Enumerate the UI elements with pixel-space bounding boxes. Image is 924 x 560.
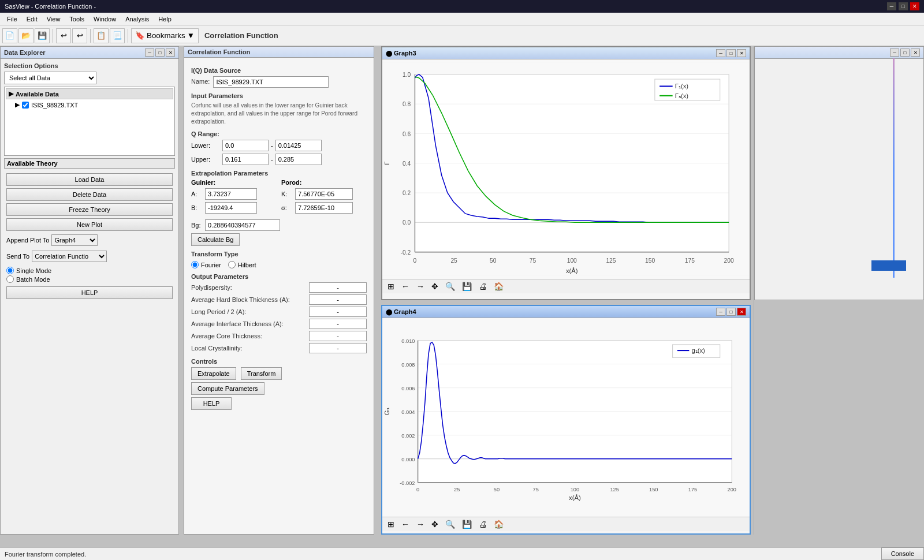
graph3-minimize-btn[interactable]: ─	[716, 49, 725, 57]
name-input[interactable]	[213, 76, 329, 88]
right-panel-close[interactable]: ✕	[911, 48, 920, 57]
fourier-option[interactable]: Fourier	[191, 261, 221, 268]
graph4-toolbar[interactable]: ⊞ ← → ✥ 🔍 💾 🖨 🏠	[382, 517, 750, 531]
graph3-print-btn[interactable]: 🖨	[477, 281, 489, 292]
svg-text:175: 175	[688, 487, 697, 492]
minimize-btn[interactable]: ─	[887, 2, 896, 10]
graph3-title: ⬤ Graph3	[386, 50, 416, 57]
svg-text:125: 125	[610, 487, 619, 492]
data-file-item[interactable]: ▶ ISIS_98929.TXT	[6, 100, 173, 109]
panel-restore-btn[interactable]: □	[155, 48, 165, 57]
graph3-table-btn[interactable]: ⊞	[386, 281, 396, 292]
select-all-data-dropdown[interactable]: Select all Data	[4, 72, 96, 84]
menu-edit[interactable]: Edit	[22, 14, 42, 24]
graph3-zoom-btn[interactable]: 🔍	[444, 281, 457, 292]
close-btn[interactable]: ✕	[910, 2, 919, 10]
graph4-minimize-btn[interactable]: ─	[716, 308, 725, 316]
graph4-table-btn[interactable]: ⊞	[386, 519, 396, 529]
maximize-btn[interactable]: □	[899, 2, 908, 10]
corr-help-button[interactable]: HELP	[191, 397, 232, 410]
bookmarks-button[interactable]: 🔖 Bookmarks ▼	[131, 28, 199, 43]
right-panel-minimize[interactable]: ─	[890, 48, 899, 57]
lower-max-input[interactable]	[275, 140, 322, 151]
upper-min-input[interactable]	[222, 154, 269, 165]
fourier-radio[interactable]	[191, 261, 199, 268]
graph4-controls[interactable]: ─ □ ✕	[716, 308, 746, 316]
transform-type-label: Transform Type	[191, 251, 367, 257]
single-mode-option[interactable]: Single Mode	[6, 267, 173, 274]
data-file-checkbox[interactable]	[22, 102, 29, 109]
hilbert-radio[interactable]	[228, 261, 236, 268]
graph3-controls[interactable]: ─ □ ✕	[716, 49, 746, 57]
graph4-fwd-btn[interactable]: →	[415, 519, 426, 529]
lower-min-input[interactable]	[222, 140, 269, 151]
upper-max-input[interactable]	[275, 154, 322, 165]
panel-close-btn[interactable]: ✕	[166, 48, 175, 57]
graph3-save-btn[interactable]: 💾	[460, 281, 474, 292]
send-to-dropdown[interactable]: Correlation Functio	[32, 251, 107, 262]
graph4-save-btn[interactable]: 💾	[460, 519, 474, 529]
graph4-restore-btn[interactable]: □	[726, 308, 736, 316]
data-explorer-title: Data Explorer	[4, 49, 46, 56]
graph4-zoom-btn[interactable]: 🔍	[444, 519, 457, 529]
toolbar-icon5[interactable]: 📃	[110, 28, 125, 43]
menu-analysis[interactable]: Analysis	[121, 14, 154, 24]
menu-file[interactable]: File	[2, 14, 22, 24]
graph4-back-btn[interactable]: ←	[400, 519, 411, 529]
toolbar-undo2[interactable]: ↩	[72, 28, 87, 43]
title-bar-controls[interactable]: ─ □ ✕	[887, 2, 919, 10]
a-input[interactable]	[205, 188, 257, 200]
append-plot-dropdown[interactable]: Graph4	[51, 234, 98, 246]
graph3-back-btn[interactable]: ←	[400, 281, 411, 292]
calc-bg-button[interactable]: Calculate Bg	[191, 233, 240, 246]
graph4-move-btn[interactable]: ✥	[430, 519, 440, 529]
svg-text:-0.002: -0.002	[400, 480, 415, 486]
graph3-restore-btn[interactable]: □	[726, 49, 736, 57]
console-button[interactable]: Console	[881, 547, 924, 560]
menu-view[interactable]: View	[42, 14, 65, 24]
toolbar-undo1[interactable]: ↩	[56, 28, 71, 43]
right-panel-restore[interactable]: □	[900, 48, 910, 57]
svg-text:25: 25	[450, 257, 457, 264]
toolbar-new[interactable]: 📄	[2, 28, 17, 43]
graph3-panel: ⬤ Graph3 ─ □ ✕ 1.0 0.8	[381, 46, 751, 300]
graph4-home-btn[interactable]: 🏠	[492, 519, 505, 529]
svg-text:200: 200	[728, 487, 736, 492]
blue-rect	[871, 260, 906, 271]
svg-text:0.6: 0.6	[403, 131, 411, 137]
graph4-close-btn[interactable]: ✕	[737, 308, 746, 316]
toolbar-icon4[interactable]: 📋	[94, 28, 109, 43]
menu-tools[interactable]: Tools	[65, 14, 89, 24]
transform-button[interactable]: Transform	[241, 367, 282, 380]
hilbert-option[interactable]: Hilbert	[228, 261, 256, 268]
graph3-fwd-btn[interactable]: →	[415, 281, 426, 292]
long-period-row: Long Period / 2 (A):	[191, 307, 367, 317]
graph4-print-btn[interactable]: 🖨	[477, 519, 489, 529]
toolbar-icon3[interactable]: 💾	[35, 28, 50, 43]
graph3-toolbar[interactable]: ⊞ ← → ✥ 🔍 💾 🖨 🏠	[382, 279, 750, 293]
sigma-input[interactable]	[295, 202, 353, 214]
menu-help[interactable]: Help	[154, 14, 176, 24]
k-input[interactable]	[295, 188, 353, 200]
load-data-button[interactable]: Load Data	[6, 173, 173, 186]
graph3-home-btn[interactable]: 🏠	[492, 281, 505, 292]
input-params-label: Input Parameters	[191, 92, 367, 99]
freeze-theory-button[interactable]: Freeze Theory	[6, 203, 173, 216]
panel-controls[interactable]: ─ □ ✕	[145, 48, 175, 57]
menu-window[interactable]: Window	[89, 14, 121, 24]
graph3-move-btn[interactable]: ✥	[430, 281, 440, 292]
bg-input[interactable]	[205, 219, 280, 231]
delete-data-button[interactable]: Delete Data	[6, 188, 173, 201]
help-button[interactable]: HELP	[6, 286, 173, 299]
new-plot-button[interactable]: New Plot	[6, 218, 173, 231]
panel-minimize-btn[interactable]: ─	[145, 48, 154, 57]
right-panel-inner: ─ □ ✕	[754, 46, 924, 300]
b-input[interactable]	[205, 202, 257, 214]
extrapolate-button[interactable]: Extrapolate	[191, 367, 236, 380]
graph3-title-bar: ⬤ Graph3 ─ □ ✕	[382, 47, 750, 59]
toolbar-open[interactable]: 📂	[18, 28, 33, 43]
batch-mode-option[interactable]: Batch Mode	[6, 275, 173, 283]
available-data-header: ▶ Available Data	[6, 88, 173, 99]
compute-params-button[interactable]: Compute Parameters	[191, 382, 264, 395]
graph3-close-btn[interactable]: ✕	[737, 49, 746, 57]
